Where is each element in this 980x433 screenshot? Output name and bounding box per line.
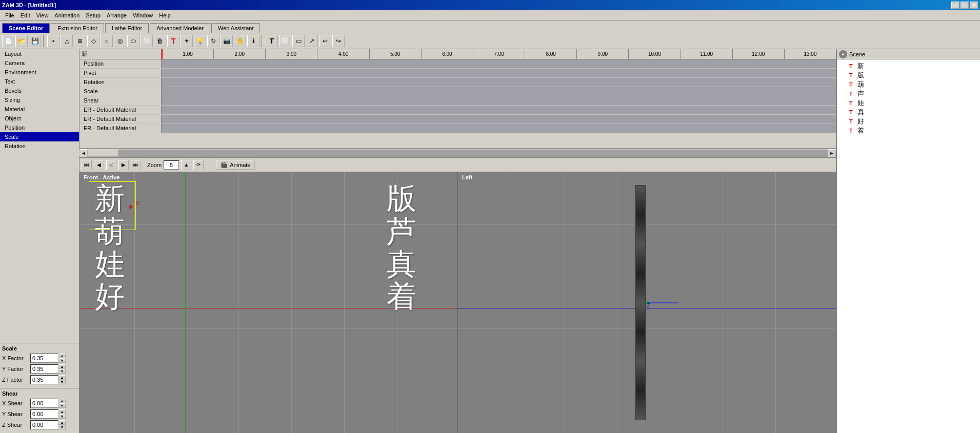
tree-item-4[interactable]: T 娃 [839,98,978,108]
menu-animation[interactable]: Animation [51,11,83,19]
tree-item-0[interactable]: T 新 [839,61,978,71]
toolbar-light[interactable]: 💡 [194,35,206,47]
x-factor-down[interactable]: ▼ [58,358,66,363]
prop-material[interactable]: Material [0,105,79,114]
row-shear-content[interactable] [162,96,836,105]
x-shear-up[interactable]: ▲ [58,399,66,403]
tab-scene-editor[interactable]: Scene Editor [2,23,50,33]
zoom-up[interactable]: ▲ [181,160,191,170]
toolbar-grid[interactable]: ⊞ [74,35,86,47]
y-shear-up[interactable]: ▲ [58,409,66,414]
row-er3-content[interactable] [162,124,836,133]
toolbar-hand[interactable]: ✋ [234,35,246,47]
tab-advanced-modeler[interactable]: Advanced Modeler [150,23,210,33]
menu-setup[interactable]: Setup [83,11,104,19]
timeline-playhead[interactable] [162,49,163,59]
toolbar-diamond[interactable]: ◇ [87,35,99,47]
prop-bevels[interactable]: Bevels [0,86,79,95]
toolbar-save[interactable]: 💾 [29,35,41,47]
minimize-button[interactable]: ─ [951,2,959,9]
row-er1-content[interactable] [162,106,836,114]
y-factor-input[interactable] [30,364,58,374]
left-viewport[interactable]: Left Z [458,172,836,433]
front-viewport[interactable]: Front - Active 新葫娃好 版芦真着 [79,172,458,433]
toolbar-trash[interactable]: 🗑 [154,35,166,47]
tree-item-7[interactable]: T 着 [839,126,978,135]
menu-help[interactable]: Help [156,11,174,19]
toolbar-torus[interactable]: ◎ [114,35,126,47]
tab-lathe-editor[interactable]: Lathe Editor [105,23,149,33]
z-shear-up[interactable]: ▲ [58,420,66,425]
row-scale-content[interactable] [162,87,836,96]
menu-edit[interactable]: Edit [17,11,33,19]
toolbar-camera[interactable]: 📷 [221,35,233,47]
prop-environment[interactable]: Environment [0,68,79,77]
animate-button[interactable]: 🎬 Animate [216,160,255,170]
row-pivot-content[interactable] [162,69,836,77]
toolbar-info[interactable]: ℹ [247,35,259,47]
scroll-left[interactable]: ◄ [79,149,88,157]
tab-extrusion-editor[interactable]: Extrusion Editor [51,23,104,33]
prop-rotation[interactable]: Rotation [0,141,79,151]
z-factor-down[interactable]: ▼ [58,380,66,384]
menu-arrange[interactable]: Arrange [104,11,130,19]
zoom-input[interactable] [164,160,179,170]
toolbar-refresh[interactable]: ↻ [207,35,219,47]
toolbar-star[interactable]: ✦ [181,35,193,47]
scroll-track[interactable] [88,150,828,157]
toolbar-sphere[interactable]: ○ [101,35,113,47]
toolbar-ellipse[interactable]: ⬭ [127,35,139,47]
y-factor-down[interactable]: ▼ [58,369,66,374]
tl-prev-frame[interactable]: ◁ [106,160,116,170]
row-rotation-content[interactable] [162,78,836,87]
toolbar-redo[interactable]: ↪ [332,35,345,47]
menu-file[interactable]: File [2,11,17,19]
x-factor-up[interactable]: ▲ [58,354,66,358]
y-shear-input[interactable] [30,409,58,419]
toolbar-cylinder[interactable]: ⬜ [141,35,153,47]
toolbar-box[interactable]: ⬜ [279,35,291,47]
menu-view[interactable]: View [33,11,52,19]
prop-scale[interactable]: Scale [0,132,79,141]
x-factor-input[interactable] [30,354,58,363]
tl-to-start[interactable]: ⏮ [82,160,92,170]
tree-item-5[interactable]: T 真 [839,108,978,117]
toolbar-pyramid[interactable]: △ [61,35,73,47]
y-shear-down[interactable]: ▼ [58,414,66,419]
toolbar-text[interactable]: T [167,35,179,47]
toolbar-open[interactable]: 📂 [15,35,28,47]
tree-item-2[interactable]: T 葫 [839,80,978,89]
prop-position[interactable]: Position [0,123,79,132]
z-factor-input[interactable] [30,375,58,384]
menu-window[interactable]: Window [130,11,156,19]
tab-web-assistant[interactable]: Web Assistant [211,23,261,33]
toolbar-text2[interactable]: T [266,35,278,47]
z-shear-down[interactable]: ▼ [58,425,66,429]
scroll-thumb[interactable] [88,150,118,157]
prop-text[interactable]: Text [0,77,79,86]
x-shear-input[interactable] [30,399,58,408]
prop-sizing[interactable]: Sizing [0,95,79,105]
tl-prev[interactable]: ◀ [94,160,104,170]
x-shear-down[interactable]: ▼ [58,403,66,408]
tree-item-6[interactable]: T 好 [839,117,978,126]
tree-item-3[interactable]: T 声 [839,89,978,98]
row-er2-content[interactable] [162,115,836,123]
maximize-button[interactable]: □ [961,2,969,9]
toolbar-undo[interactable]: ↩ [319,35,331,47]
zoom-realtime[interactable]: ⟳ [193,160,204,170]
toolbar-box2[interactable]: ▭ [292,35,305,47]
z-shear-input[interactable] [30,420,58,429]
close-button[interactable]: ✕ [970,2,978,9]
tree-item-1[interactable]: T 版 [839,71,978,80]
prop-object[interactable]: Object [0,114,79,123]
tl-play[interactable]: ▶ [118,160,129,170]
z-factor-up[interactable]: ▲ [58,375,66,380]
toolbar-arrow[interactable]: ↗ [306,35,318,47]
scroll-right[interactable]: ► [828,149,836,157]
row-position-content[interactable] [162,59,836,68]
y-factor-up[interactable]: ▲ [58,364,66,369]
toolbar-cube[interactable]: ▪ [47,35,59,47]
prop-camera[interactable]: Camera [0,58,79,68]
toolbar-new[interactable]: 📄 [2,35,14,47]
